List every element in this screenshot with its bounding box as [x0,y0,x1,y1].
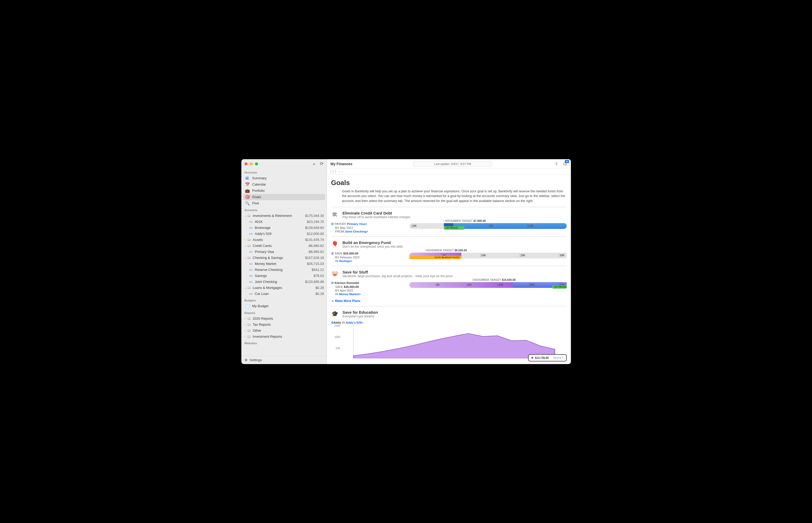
disclosure-icon[interactable]: ⌄ [243,214,246,217]
nav-fwd-icon[interactable]: › [342,170,343,173]
goal-title: Eliminate Credit Card Debt [343,211,410,215]
refresh-icon[interactable]: ⟳ [320,161,324,167]
sidebar-item-calendar[interactable]: 📅Calendar [241,181,327,188]
account-link[interactable]: Addy's 529> [346,321,363,324]
account-item[interactable]: ▭Money Market$35,715.03 [241,261,327,267]
gear-icon[interactable]: ✿ [331,321,334,324]
sidebar-toggle-icon[interactable]: ⎪⎪⎪ [330,170,337,173]
make-more-plans-link[interactable]: ＋ Make More Plans [331,299,361,303]
app-window: ＋ ⟳ Overview 🏛Summary 📅Calendar 💼Portfol… [241,159,571,364]
goal-subtitle: Pay these off to avoid exorbitant intere… [343,215,410,219]
minimize-icon[interactable] [250,162,253,165]
close-icon[interactable] [244,162,247,165]
folder-icon: 🗂 [246,316,251,321]
account-group[interactable]: ⌄🗂Investments & Retirement$175,044.30 [241,213,327,219]
sidebar-item-portfolio[interactable]: 💼Portfolio [241,188,327,194]
folder-icon: 🗂 [246,244,251,248]
inbox-icon[interactable]: 🗂25 [563,162,567,166]
gear-icon: ⚙ [244,358,247,362]
account-group[interactable]: ⌄🗂Loans & Mortgages$0.28 [241,285,327,291]
sidebar: ＋ ⟳ Overview 🏛Summary 📅Calendar 💼Portfol… [241,159,327,364]
goal-block: 🐷 Save for Stuff Vacations, large purcha… [331,266,567,306]
goals-heading: Goals [331,179,567,187]
sidebar-item-mybudget[interactable]: ✉️My Budget [241,303,327,309]
goal-block: 🎈 Build an Emergency Fund Don't let the … [331,236,567,266]
disclosure-icon[interactable]: › [243,238,246,241]
page-title: My Finances [331,162,352,166]
gear-icon[interactable]: ✿ [331,281,334,285]
goal-icon: 🎓 [331,310,339,318]
account-group[interactable]: ›🗂Assets$131,435.74 [241,237,327,243]
goal-meta: ✿SAVE $20,000.00BY February 2023IN Savin… [331,251,404,263]
account-link[interactable]: Savings> [339,259,352,263]
goal-icon: 🎈 [331,240,339,248]
report-folder[interactable]: ›🗂Other [241,327,327,333]
account-item[interactable]: ▭401K$23,194.70 [241,219,327,225]
account-icon: ▭ [249,262,253,266]
disclosure-icon[interactable]: › [243,323,246,326]
account-item[interactable]: ▭Joint Checking$120,695.89 [241,279,327,285]
account-group[interactable]: ⌄🗂Credit Cards-$6,980.62 [241,243,327,249]
account-item[interactable]: ▭Brokerage$139,849.60 [241,225,327,231]
disclosure-icon[interactable]: › [243,329,246,332]
folder-icon: 🗂 [246,322,251,326]
target-label: NOVEMBER TARGET $7,800.00 [444,219,488,222]
gear-icon[interactable]: ✿ [331,222,334,226]
topbar: My Finances Last update: 2/3/17, 9:07 PM… [327,159,571,169]
goal-subtitle: Don't let the unexpected send you into d… [343,245,403,249]
status-badge: ON TRACK [444,226,464,230]
account-icon: ▭ [249,268,253,272]
sidebar-item-find[interactable]: 🔍Find [241,200,327,206]
search-icon: 🔍 [245,201,250,206]
sidebar-item-goals[interactable]: 🎯Goals [243,194,325,200]
websites-header: Websites [241,340,327,346]
disclosure-icon[interactable]: › [243,317,246,320]
account-icon: ▭ [249,250,253,254]
account-item[interactable]: ▭Addy's 529$12,000.00 [241,231,327,237]
goal-meta: ✿PAYOFF Primary Visa>BY May 2027FROM Joi… [331,221,404,234]
content: Goals Goals in Banktivity will help you … [327,175,571,364]
report-folder[interactable]: ›🗂2020 Reports [241,315,327,322]
progress-bar: NOVEMBER TARGET $6,500.00 5K10K15K20K SA… [409,250,567,263]
target-label: NOVEMBER TARGET $6,500.00 [425,249,470,252]
nav-back-icon[interactable]: ‹ [339,170,340,173]
zoom-icon[interactable] [255,162,258,165]
goal-subtitle: Everyone's got dreams [343,314,378,318]
goals-intro: Goals in Banktivity will help you set up… [342,189,567,203]
reports-header: Reports [241,309,327,315]
settings-button[interactable]: ⚙ Settings [241,356,327,364]
report-folder[interactable]: ›🗂Investment Reports [241,333,327,340]
account-item[interactable]: ▭Car Loan$0.28 [241,291,327,297]
add-icon[interactable]: ＋ [312,161,316,167]
account-link[interactable]: Primary Visa> [347,222,367,226]
gear-icon[interactable]: ✿ [331,252,334,255]
disclosure-icon[interactable]: ⌄ [243,256,246,259]
account-link[interactable]: Money Market> [339,292,361,296]
account-link[interactable]: Joint Checking> [345,230,368,233]
account-item[interactable]: ▭Savings$76.03 [241,273,327,279]
main: My Finances Last update: 2/3/17, 9:07 PM… [327,159,571,364]
sidebar-item-summary[interactable]: 🏛Summary [241,175,327,181]
goal-title: Build an Emergency Fund [343,240,403,245]
progress-bar: NOVEMBER TARGET $7,800.00 10K7.5K5K2.5K … [409,220,567,234]
goal-icon: 🛠 [331,211,339,219]
account-item[interactable]: ▭Reserve Checking$541.21 [241,267,327,273]
account-icon: ▭ [249,291,253,296]
share-icon[interactable]: ⇪ [555,161,558,166]
last-update-pill[interactable]: Last update: 2/3/17, 9:07 PM [413,161,492,167]
badge-count: 25 [565,160,569,163]
disclosure-icon[interactable]: ⌄ [243,244,246,247]
account-icon: ▭ [249,219,253,224]
svg-marker-1 [353,333,555,358]
briefcase-icon: 💼 [245,188,250,193]
account-icon: ▭ [249,273,253,278]
goal-title: Save for Stuff [343,270,453,274]
goal-block: 🛠 Eliminate Credit Card Debt Pay these o… [331,207,567,236]
disclosure-icon[interactable]: › [243,335,246,338]
account-group[interactable]: ⌄🗂Checking & Savings$157,028.16 [241,255,327,261]
goal-icon: 🐷 [331,270,339,278]
account-item[interactable]: ▭Primary Visa-$6,980.62 [241,249,327,255]
disclosure-icon[interactable]: ⌄ [243,286,246,289]
budgets-header: Budgets [241,297,327,303]
report-folder[interactable]: ›🗂Tax Reports [241,322,327,327]
